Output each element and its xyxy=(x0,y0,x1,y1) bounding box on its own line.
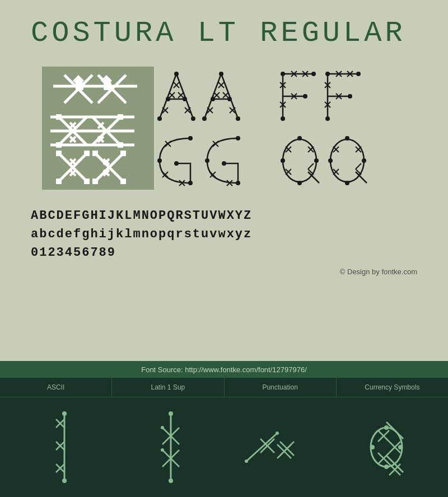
glyph-FF-svg xyxy=(277,68,384,124)
svg-rect-47 xyxy=(118,142,123,148)
font-title: COSTURA LT REGULAR xyxy=(31,17,417,50)
svg-point-21 xyxy=(281,116,285,121)
svg-line-88 xyxy=(246,433,277,461)
svg-point-67 xyxy=(222,161,226,166)
svg-point-85 xyxy=(169,479,173,483)
svg-point-29 xyxy=(348,94,352,99)
svg-rect-59 xyxy=(120,179,126,184)
svg-point-11 xyxy=(219,72,223,76)
glyph-highlight-box xyxy=(42,67,154,190)
svg-point-20 xyxy=(311,72,316,76)
svg-line-0 xyxy=(160,74,176,119)
svg-point-79 xyxy=(362,158,366,163)
alphabet-section: ABCDEFGHIJKLMNOPQRSTUVWXYZ abcdefghijklm… xyxy=(31,207,417,262)
svg-rect-45 xyxy=(118,114,123,120)
preview-punct-svg xyxy=(244,425,311,470)
copyright: © Design by fontke.com xyxy=(31,268,417,276)
svg-point-26 xyxy=(325,72,330,76)
svg-point-95 xyxy=(398,445,403,449)
svg-rect-56 xyxy=(92,151,98,156)
svg-rect-55 xyxy=(84,179,90,184)
tab-currency[interactable]: Currency Symbols xyxy=(337,378,448,397)
svg-point-62 xyxy=(188,181,193,185)
svg-rect-46 xyxy=(56,142,62,148)
svg-point-3 xyxy=(174,72,179,76)
svg-rect-57 xyxy=(120,151,126,156)
svg-point-66 xyxy=(236,181,240,185)
glyph-showcase xyxy=(31,67,417,190)
glyph-preview-row xyxy=(0,397,448,497)
glyph-QQ-svg xyxy=(277,133,389,189)
svg-point-13 xyxy=(236,116,240,121)
svg-point-87 xyxy=(161,448,164,452)
svg-point-86 xyxy=(161,426,164,429)
preview-ascii-svg xyxy=(48,411,81,484)
svg-rect-58 xyxy=(92,179,98,184)
svg-point-22 xyxy=(303,94,307,99)
glyph-FF xyxy=(277,67,417,125)
glyph-GG xyxy=(154,131,277,190)
source-bar: Font Source: http://www.fontke.com/font/… xyxy=(0,361,448,378)
preview-latin1sup xyxy=(118,411,224,484)
source-text: Font Source: http://www.fontke.com/font/… xyxy=(141,365,307,374)
svg-point-65 xyxy=(205,158,209,163)
glyph-AA xyxy=(154,67,277,125)
svg-point-97 xyxy=(384,465,389,469)
svg-rect-53 xyxy=(84,151,90,156)
svg-point-90 xyxy=(276,432,279,435)
svg-point-70 xyxy=(297,136,302,140)
glyph-AA-svg xyxy=(154,68,260,124)
svg-point-63 xyxy=(174,161,179,166)
svg-point-96 xyxy=(384,425,389,430)
tab-punctuation[interactable]: Punctuation xyxy=(225,378,337,397)
alphabet-line3: 0123456789 xyxy=(31,243,417,262)
svg-point-84 xyxy=(169,411,173,416)
svg-point-78 xyxy=(328,158,333,163)
svg-point-82 xyxy=(62,479,67,483)
svg-point-81 xyxy=(62,411,67,416)
svg-point-61 xyxy=(157,158,162,163)
svg-point-12 xyxy=(202,116,207,121)
svg-point-73 xyxy=(314,158,319,163)
preview-punctuation xyxy=(224,425,330,470)
svg-point-94 xyxy=(370,445,375,449)
glyph-QQ xyxy=(277,131,417,190)
svg-point-60 xyxy=(188,136,193,140)
main-preview-section: COSTURA LT REGULAR xyxy=(0,0,448,361)
tab-row: ASCII Latin 1 Sup Punctuation Currency S… xyxy=(0,378,448,397)
svg-point-28 xyxy=(325,116,330,121)
svg-point-19 xyxy=(281,72,285,76)
bottom-section: ASCII Latin 1 Sup Punctuation Currency S… xyxy=(0,378,448,497)
svg-point-64 xyxy=(236,136,240,140)
preview-latin1-svg xyxy=(154,411,188,484)
svg-rect-54 xyxy=(56,179,62,184)
tab-ascii[interactable]: ASCII xyxy=(0,378,112,397)
svg-point-89 xyxy=(245,460,248,463)
svg-line-9 xyxy=(221,74,238,119)
preview-ascii xyxy=(11,411,118,484)
preview-currency-svg xyxy=(356,411,412,484)
highlight-glyph-svg xyxy=(42,69,154,187)
alphabet-line1: ABCDEFGHIJKLMNOPQRSTUVWXYZ xyxy=(31,207,417,225)
tab-latin1sup[interactable]: Latin 1 Sup xyxy=(112,378,224,397)
svg-rect-52 xyxy=(56,151,62,156)
svg-point-72 xyxy=(281,158,285,163)
alphabet-line2: abcdefghijklmnopqrstuvwxyz xyxy=(31,225,417,243)
svg-line-1 xyxy=(176,74,193,119)
preview-currency xyxy=(330,411,437,484)
svg-point-5 xyxy=(191,116,195,121)
svg-point-76 xyxy=(345,136,349,140)
glyph-GG-svg xyxy=(154,133,266,189)
svg-point-77 xyxy=(345,181,349,185)
svg-point-27 xyxy=(356,72,361,76)
svg-line-8 xyxy=(204,74,221,119)
svg-point-4 xyxy=(157,116,162,121)
svg-rect-44 xyxy=(56,114,62,120)
svg-point-71 xyxy=(297,181,302,185)
